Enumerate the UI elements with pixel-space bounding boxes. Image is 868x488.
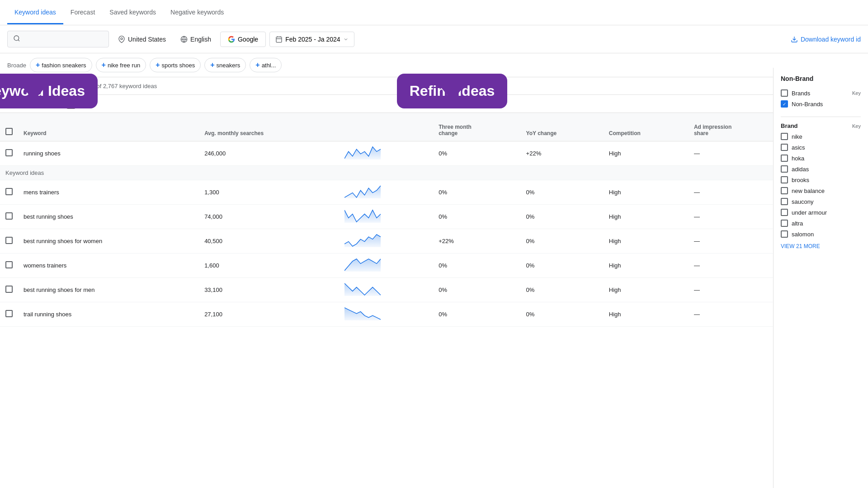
row-competition-4: High — [604, 278, 689, 302]
competition-header[interactable]: Competition — [604, 113, 689, 141]
brand-list: nikeasicshokaadidasbrooksnew balancesauc… — [781, 131, 861, 239]
brand-checkbox-4[interactable] — [781, 176, 788, 183]
keyword-pill-sneakers[interactable]: +sneakers — [204, 58, 246, 72]
search-box[interactable]: running shoes — [7, 31, 109, 47]
keyword-pill-athl...[interactable]: +athl... — [250, 58, 282, 72]
svg-point-2 — [121, 38, 123, 39]
table-row: trail running shoes 27,100 0% 0% High — … — [0, 302, 868, 327]
brand-checkbox-9[interactable] — [781, 230, 788, 238]
search-input[interactable]: running shoes — [24, 36, 103, 43]
date-range-button[interactable]: Feb 2025 - Ja 2024 — [269, 32, 354, 47]
nav-tab-forecast[interactable]: Forecast — [63, 1, 102, 24]
table-body: running shoes 246,000 0% +22% High — £0.… — [0, 141, 868, 327]
filter-icon[interactable] — [7, 82, 15, 90]
columns-icon — [8, 100, 15, 108]
nav-tab-saved-keywords[interactable]: Saved keywords — [102, 1, 163, 24]
keyword-pill-nike-free-run[interactable]: +nike free run — [96, 58, 146, 72]
view-more-button[interactable]: VIEW 21 MORE — [781, 243, 861, 249]
keywords-row: Broade +fashion sneakers+nike free run+s… — [0, 53, 868, 77]
language-button[interactable]: English — [175, 32, 217, 47]
row-competition-0: High — [604, 180, 689, 205]
location-button[interactable]: United States — [113, 32, 171, 47]
brand-item-adidas[interactable]: adidas — [781, 164, 861, 174]
svg-rect-11 — [9, 101, 11, 107]
keyword-pill-sports-shoes[interactable]: +sports shoes — [150, 58, 201, 72]
brand-item-hoka[interactable]: hoka — [781, 153, 861, 164]
columns-label: Columns — [17, 100, 40, 107]
brand-checkbox-3[interactable] — [781, 165, 788, 173]
brand-checkbox-1[interactable] — [781, 144, 788, 151]
add-filter-button[interactable]: + Add filter — [23, 81, 54, 91]
brand-item-salomon[interactable]: salomon — [781, 229, 861, 239]
search-icon — [13, 35, 20, 43]
ad-impression-header[interactable]: Ad impressionshare — [689, 113, 786, 141]
pills-container: +fashion sneakers+nike free run+sports s… — [30, 58, 282, 72]
pinned-checkbox[interactable] — [5, 149, 13, 156]
broad-label: Broade — [7, 62, 26, 69]
pinned-sparkline — [339, 141, 433, 166]
brands-checkbox[interactable] — [781, 89, 788, 97]
nav-tab-keyword-ideas[interactable]: Keyword ideas — [7, 1, 63, 24]
row-checkbox-0[interactable] — [5, 188, 13, 195]
brand-title: Brand — [781, 122, 798, 129]
table-row: best running shoes for women 40,500 +22%… — [0, 229, 868, 253]
brand-item-nike[interactable]: nike — [781, 131, 861, 142]
brand-checkbox-0[interactable] — [781, 133, 788, 140]
keyword-pill-fashion-sneakers[interactable]: +fashion sneakers — [30, 58, 92, 72]
nav-tab-negative-keywords[interactable]: Negative keywords — [163, 1, 231, 24]
select-all-checkbox[interactable] — [5, 128, 13, 135]
row-avg-searches-5: 27,100 — [199, 302, 339, 327]
pinned-three-month: 0% — [433, 141, 520, 166]
brand-checkbox-8[interactable] — [781, 220, 788, 227]
row-sparkline-0 — [339, 180, 433, 205]
brand-section: Brand Key nikeasicshokaadidasbrooksnew b… — [781, 121, 861, 249]
row-sparkline-4 — [339, 278, 433, 302]
pinned-avg-searches: 246,000 — [199, 141, 339, 166]
brand-checkbox-7[interactable] — [781, 209, 788, 216]
row-ad-impression-5: — — [689, 302, 786, 327]
row-checkbox-1[interactable] — [5, 212, 13, 220]
non-brands-item[interactable]: Non-Brands — [781, 99, 861, 109]
row-avg-searches-2: 40,500 — [199, 229, 339, 253]
download-label: Download keyword id — [801, 36, 861, 43]
brand-item-brooks[interactable]: brooks — [781, 174, 861, 185]
row-checkbox-3[interactable] — [5, 261, 13, 268]
brand-label-1: asics — [792, 144, 805, 151]
avg-searches-header[interactable]: Avg. monthly searches — [199, 113, 339, 141]
brand-label-8: altra — [792, 220, 803, 227]
row-three-month-4: 0% — [433, 278, 520, 302]
brand-item-altra[interactable]: altra — [781, 218, 861, 229]
brands-item[interactable]: Brands Key — [781, 88, 861, 99]
non-brand-section: Brands Key Non-Brands — [781, 88, 861, 109]
refine-panel: Non-Brand Brands Key Non-Brands Brand Ke… — [773, 68, 868, 327]
row-sparkline-3 — [339, 253, 433, 278]
plus-icon: + — [102, 61, 106, 69]
yoy-header[interactable]: YoY change — [521, 113, 604, 141]
columns-button[interactable]: Columns — [7, 99, 41, 108]
expand-button[interactable] — [66, 99, 75, 109]
download-button[interactable]: Download keyword id — [791, 36, 861, 43]
brand-item-new-balance[interactable]: new balance — [781, 185, 861, 196]
row-checkbox-4[interactable] — [5, 286, 13, 293]
brand-checkbox-5[interactable] — [781, 187, 788, 194]
svg-line-1 — [18, 40, 19, 41]
brand-checkbox-6[interactable] — [781, 198, 788, 205]
row-yoy-4: 0% — [521, 278, 604, 302]
keyword-header[interactable]: Keyword — [18, 113, 199, 141]
brand-key: Key — [852, 123, 861, 129]
brand-item-asics[interactable]: asics — [781, 142, 861, 153]
brand-item-under-armour[interactable]: under armour — [781, 207, 861, 218]
brand-checkbox-2[interactable] — [781, 155, 788, 162]
row-keyword-2: best running shoes for women — [18, 229, 199, 253]
three-month-header[interactable]: Three monthchange — [433, 113, 520, 141]
row-avg-searches-4: 33,100 — [199, 278, 339, 302]
non-brands-checkbox[interactable] — [781, 100, 788, 108]
brand-item-saucony[interactable]: saucony — [781, 196, 861, 207]
row-checkbox-5[interactable] — [5, 310, 13, 317]
row-ad-impression-4: — — [689, 278, 786, 302]
google-icon — [228, 36, 235, 43]
row-avg-searches-0: 1,300 — [199, 180, 339, 205]
network-button[interactable]: Google — [220, 32, 266, 47]
row-checkbox-2[interactable] — [5, 237, 13, 244]
svg-marker-10 — [8, 83, 15, 89]
